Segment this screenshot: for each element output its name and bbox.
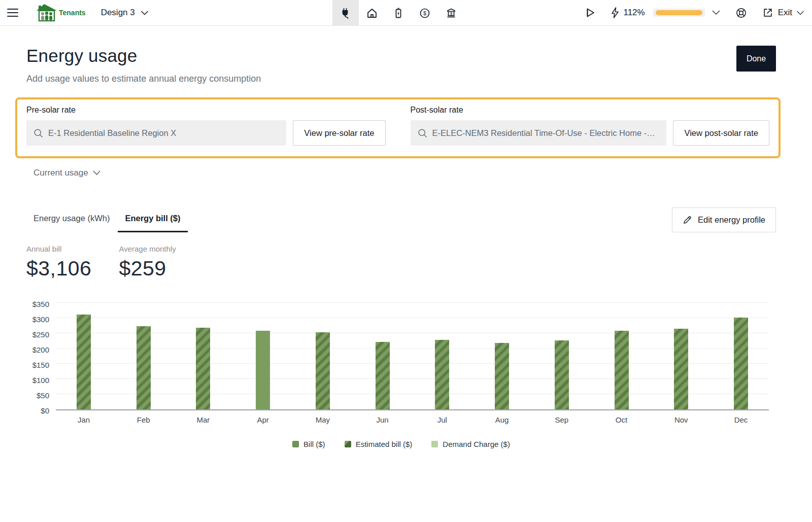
search-icon xyxy=(418,128,427,138)
page-subtitle: Add usage values to estimate annual ener… xyxy=(26,74,261,84)
bar-jun xyxy=(376,342,390,409)
toolbar-left: Tenants Design 3 xyxy=(0,4,148,22)
hamburger-glyph xyxy=(7,8,18,17)
x-axis-label: Sep xyxy=(555,415,568,424)
main-content: Energy usage Add usage values to estimat… xyxy=(0,46,812,448)
tabs-row: Energy usage (kWh) Energy bill ($) Edit … xyxy=(26,207,776,232)
bar-feb xyxy=(137,326,151,409)
lightning-bolt-icon xyxy=(611,7,620,18)
gridline xyxy=(56,348,769,349)
legend-item: Bill ($) xyxy=(292,440,325,448)
tab-energy-usage-kwh[interactable]: Energy usage (kWh) xyxy=(26,214,117,232)
post-solar-rate-input[interactable]: E-ELEC-NEM3 Residential Time-Of-Use - El… xyxy=(411,120,667,146)
exit-button[interactable]: Exit xyxy=(762,7,804,18)
current-usage-toggle[interactable]: Current usage xyxy=(33,168,100,178)
svg-text:$: $ xyxy=(423,10,426,16)
post-solar-rate-row: E-ELEC-NEM3 Residential Time-Of-Use - El… xyxy=(411,120,770,146)
pre-solar-rate-label: Pre-solar rate xyxy=(26,106,386,115)
legend-swatch xyxy=(431,441,438,447)
pricing-tab[interactable]: $ xyxy=(412,0,438,26)
pre-solar-rate-input[interactable]: E-1 Residential Baseline Region X xyxy=(26,120,286,146)
offset-progress-bar[interactable] xyxy=(653,9,705,17)
chart-legend: Bill ($)Estimated bill ($)Demand Charge … xyxy=(26,440,776,448)
y-axis-tick: $0 xyxy=(41,406,49,415)
rates-highlight-box: Pre-solar rate E-1 Residential Baseline … xyxy=(15,97,781,158)
svg-text:$: $ xyxy=(450,11,453,16)
gridline xyxy=(56,333,769,333)
bar-oct xyxy=(615,331,629,409)
gridline xyxy=(56,318,769,318)
electrical-plug-tab[interactable] xyxy=(332,0,359,26)
chevron-down-icon[interactable] xyxy=(712,10,720,15)
tab-energy-bill[interactable]: Energy bill ($) xyxy=(118,214,187,232)
pre-solar-rate-row: E-1 Residential Baseline Region X View p… xyxy=(26,120,386,146)
view-pre-solar-rate-button[interactable]: View pre-solar rate xyxy=(293,120,385,146)
x-axis-label: Apr xyxy=(257,415,269,424)
brand-name: Tenants xyxy=(59,9,86,17)
help-lifebuoy-icon[interactable] xyxy=(735,7,747,19)
simulate-play-icon[interactable] xyxy=(584,7,596,19)
y-axis-tick: $150 xyxy=(32,361,49,369)
lifebuoy-glyph xyxy=(735,7,747,19)
hamburger-menu-icon[interactable] xyxy=(7,7,19,19)
legend-label: Bill ($) xyxy=(303,440,325,448)
title-block: Energy usage Add usage values to estimat… xyxy=(26,46,261,84)
incentives-bank-icon: $ xyxy=(445,7,457,19)
post-solar-rate-value: E-ELEC-NEM3 Residential Time-Of-Use - El… xyxy=(432,128,655,138)
x-axis-label: Jul xyxy=(437,415,447,424)
x-axis-label: Nov xyxy=(674,415,688,424)
tenants-logo: Tenants xyxy=(37,4,86,22)
x-axis-label: Jun xyxy=(377,415,389,424)
y-axis-tick: $100 xyxy=(32,376,49,385)
incentives-tab[interactable]: $ xyxy=(438,0,464,26)
view-post-solar-rate-button[interactable]: View post-solar rate xyxy=(673,120,769,146)
bar-nov xyxy=(674,329,688,409)
gridline xyxy=(56,394,769,394)
tenants-logo-icon xyxy=(37,4,57,22)
annual-bill-value: $3,106 xyxy=(26,257,91,281)
y-axis-tick: $200 xyxy=(32,345,49,354)
x-axis-label: Dec xyxy=(734,415,748,424)
y-axis-tick: $350 xyxy=(32,300,49,308)
bar-jul xyxy=(435,340,449,409)
edit-energy-profile-label: Edit energy profile xyxy=(698,215,765,225)
search-icon xyxy=(33,128,43,138)
x-axis-label: May xyxy=(316,415,330,424)
pre-solar-rate-value: E-1 Residential Baseline Region X xyxy=(48,128,176,138)
legend-label: Demand Charge ($) xyxy=(443,440,510,448)
bar-aug xyxy=(495,343,509,409)
bar-dec xyxy=(734,318,748,409)
chevron-down-icon xyxy=(141,11,148,15)
bar-apr xyxy=(256,331,270,409)
legend-item: Estimated bill ($) xyxy=(345,440,413,448)
done-button[interactable]: Done xyxy=(736,46,776,72)
gridline xyxy=(56,378,769,379)
chevron-down-icon xyxy=(93,170,100,176)
bill-stats: Annual bill $3,106 Average monthly $259 xyxy=(26,245,776,281)
toolbar-right: 112% xyxy=(584,7,812,19)
edit-energy-profile-button[interactable]: Edit energy profile xyxy=(672,207,776,232)
bar-jan xyxy=(77,315,91,409)
average-monthly-value: $259 xyxy=(119,257,176,281)
exit-label: Exit xyxy=(778,8,792,18)
offset-progress-fill xyxy=(656,10,702,15)
home-tab[interactable] xyxy=(359,0,385,26)
x-axis-label: Feb xyxy=(137,415,150,424)
battery-icon xyxy=(392,7,404,19)
energy-bill-chart: $0$50$100$150$200$250$300$350 JanFebMarA… xyxy=(26,304,769,410)
design-selector[interactable]: Design 3 xyxy=(101,8,148,18)
exit-icon xyxy=(762,7,773,18)
x-axis-label: Mar xyxy=(197,415,210,424)
title-row: Energy usage Add usage values to estimat… xyxy=(26,46,776,84)
offset-percentage: 112% xyxy=(623,8,645,18)
average-monthly-stat: Average monthly $259 xyxy=(119,245,176,281)
energy-usage-page: Tenants Design 3 xyxy=(0,0,812,522)
bar-may xyxy=(316,332,330,409)
home-icon xyxy=(366,7,378,19)
design-selector-label: Design 3 xyxy=(101,8,135,18)
x-axis-label: Oct xyxy=(616,415,627,424)
dollar-coin-icon: $ xyxy=(419,7,431,19)
battery-tab[interactable] xyxy=(385,0,412,26)
y-axis-tick: $300 xyxy=(32,315,49,324)
gridline xyxy=(56,363,769,364)
